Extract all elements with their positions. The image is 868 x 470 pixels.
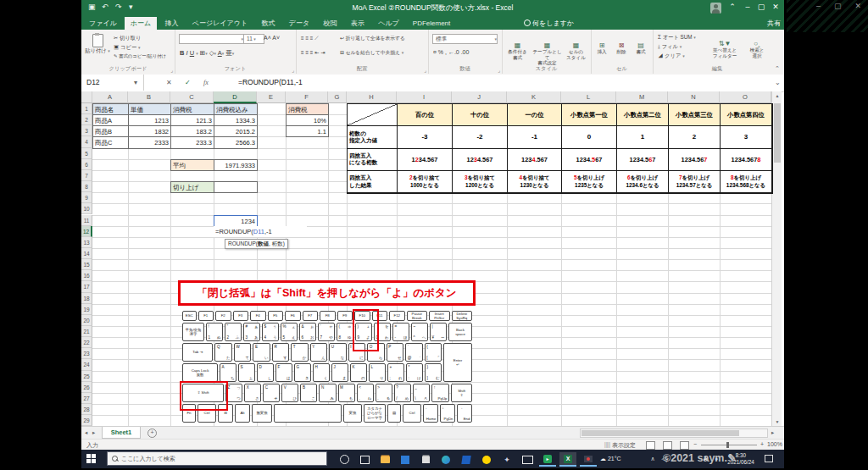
taskbar-app-edge[interactable] (437, 452, 454, 467)
row-header-5[interactable]: 5 (81, 148, 92, 159)
row-header-20[interactable]: 20 (81, 315, 92, 326)
number-format-buttons[interactable]: ¤ % , ←.0 .00 (433, 49, 469, 55)
taskbar-app-app-dark[interactable]: ✦ (498, 452, 515, 467)
taskbar-app-app-blue[interactable] (458, 452, 475, 467)
roundup-label[interactable]: 切り上げ (170, 181, 214, 193)
cancel-icon[interactable]: ✕ (166, 75, 172, 91)
select-all-corner[interactable] (81, 91, 92, 103)
roundup-result[interactable] (214, 181, 258, 193)
tray-chevron-icon[interactable]: ∧ (648, 450, 658, 468)
clipboard-dialog-launcher[interactable]: ⌟ (170, 67, 173, 73)
restore-button[interactable]: ▢ (754, 3, 768, 11)
formula-input[interactable]: =ROUNDUP(D11,-1 (238, 75, 303, 91)
row-header-22[interactable]: 22 (81, 337, 92, 348)
row-header-14[interactable]: 14 (81, 248, 92, 259)
format-painter-button[interactable]: ✎ 書式のコピー/貼り付け (114, 53, 166, 59)
fill-button[interactable]: ⤓ フィル ▾ (658, 43, 682, 51)
horizontal-scrollbar[interactable] (580, 429, 768, 438)
row-header-17[interactable]: 17 (81, 281, 92, 292)
column-header-C[interactable]: C (170, 91, 214, 103)
bold-italic-underline-buttons[interactable]: B I U ▾ ⊞▾ ◇▾ A▾ 亜▾ (180, 49, 234, 58)
number-dialog-launcher[interactable]: ⌟ (498, 67, 500, 73)
delete-cells-button[interactable]: ⊠ 削除 (612, 41, 631, 55)
insert-cells-button[interactable]: ⊞ 挿入 (593, 41, 611, 55)
row-header-2[interactable]: 2 (81, 114, 92, 125)
collapse-ribbon-icon[interactable]: ⌃ (775, 65, 780, 72)
autosum-button[interactable]: Σ オート SUM ▾ (658, 34, 696, 41)
alignment-dialog-launcher[interactable]: ⌟ (424, 67, 426, 73)
enter-icon[interactable]: ✓ (185, 75, 191, 91)
column-header-L[interactable]: L (561, 91, 616, 103)
tab-file[interactable]: ファイル (83, 17, 123, 30)
sheet-tab-sheet1[interactable]: Sheet1 (102, 427, 141, 439)
product-name[interactable]: 商品C (92, 136, 129, 148)
page-layout-view-icon[interactable] (663, 441, 672, 450)
column-header-E[interactable]: E (257, 91, 286, 103)
tab-データ[interactable]: データ (283, 17, 315, 30)
tab-数式[interactable]: 数式 (255, 17, 281, 30)
align-top-buttons[interactable]: ≡ ≡ ≡ ⟋ (301, 35, 319, 41)
taskbar-app-screen-recorder[interactable] (580, 452, 597, 467)
row-header-10[interactable]: 10 (81, 203, 92, 214)
row-header-23[interactable]: 23 (81, 348, 92, 359)
tab-挿入[interactable]: 挿入 (159, 17, 184, 30)
scroll-down-icon[interactable]: ▼ (772, 419, 782, 424)
cell-styles-button[interactable]: ▦ セルの スタイル (563, 41, 589, 60)
copy-button[interactable]: ▣ コピー ▾ (114, 44, 141, 52)
font-name-select[interactable]: ▾ (179, 34, 244, 44)
column-header-B[interactable]: B (128, 91, 170, 103)
share-button[interactable]: 共有 (767, 17, 781, 30)
formula-bar-expand-icon[interactable]: ⌄ (775, 75, 781, 91)
row-header-13[interactable]: 13 (81, 237, 92, 248)
product-total[interactable]: 2566.3 (214, 136, 258, 148)
action-center-icon[interactable] (765, 455, 773, 462)
column-header-D[interactable]: D (214, 91, 257, 103)
horizontal-scroll-thumb[interactable] (581, 430, 739, 436)
product-total[interactable]: 1334.3 (214, 114, 258, 126)
column-header-K[interactable]: K (507, 91, 561, 103)
display-settings-button[interactable]: ▥ 表示設定 (604, 441, 636, 450)
row-header-3[interactable]: 3 (81, 125, 92, 136)
scroll-up-icon[interactable]: ▲ (772, 93, 782, 98)
row-header-9[interactable]: 9 (81, 192, 92, 203)
product-price[interactable]: 1832 (128, 125, 171, 137)
tab-ページレイアウト[interactable]: ページレイアウト (186, 17, 253, 30)
product-tax[interactable]: 121.3 (170, 114, 214, 126)
row-header-8[interactable]: 8 (81, 181, 92, 192)
insert-function-icon[interactable]: fx (203, 75, 209, 91)
hscroll-right-icon[interactable]: ▸ (771, 429, 774, 436)
row-header-12[interactable]: 12 (81, 226, 92, 237)
start-button[interactable] (86, 454, 97, 464)
normal-view-icon[interactable] (646, 441, 655, 450)
zoom-out-icon[interactable]: − (693, 441, 697, 447)
taskbar-app-excel[interactable]: X (559, 452, 576, 467)
taskbar-app-app-yellow[interactable] (478, 452, 495, 467)
format-as-table-button[interactable]: ▦ テーブルとして 書式設定 (532, 41, 562, 65)
column-header-J[interactable]: J (452, 91, 507, 103)
align-horizontal-buttons[interactable]: ≡ ≡ ≡ ⇤ ⇥ (301, 49, 326, 55)
row-header-16[interactable]: 16 (81, 270, 92, 281)
ribbon-options-icon[interactable]: ⌃ (726, 3, 739, 11)
row-header-18[interactable]: 18 (81, 293, 92, 304)
product-name[interactable]: 商品B (92, 125, 129, 137)
avatar[interactable] (710, 3, 721, 14)
frame-restore-button[interactable]: ▢ (834, 2, 842, 10)
tax-multiplier[interactable]: 1.1 (286, 125, 329, 137)
tab-PDFelement[interactable]: PDFelement (407, 17, 456, 30)
cell-d12-editing[interactable]: =ROUNDUP(D11,-1 (214, 226, 307, 237)
row-header-21[interactable]: 21 (81, 326, 92, 337)
font-dialog-launcher[interactable]: ⌟ (292, 67, 294, 73)
row-header-7[interactable]: 7 (81, 170, 92, 181)
row-header-11[interactable]: 11 (81, 215, 92, 226)
minimize-button[interactable]: – (741, 3, 754, 11)
frame-minimize-button[interactable]: – (816, 2, 821, 10)
column-header-F[interactable]: F (286, 91, 328, 103)
find-select-button[interactable]: ○‸ 検索と 選択 (743, 40, 771, 58)
name-box-dropdown-icon[interactable]: ▾ (134, 75, 137, 91)
product-name[interactable]: 商品A (92, 114, 129, 126)
row-header-27[interactable]: 27 (81, 393, 92, 404)
header-商品名[interactable]: 商品名 (92, 103, 129, 115)
row-header-24[interactable]: 24 (81, 359, 92, 370)
row-header-15[interactable]: 15 (81, 259, 92, 270)
product-tax[interactable]: 183.2 (170, 125, 214, 137)
